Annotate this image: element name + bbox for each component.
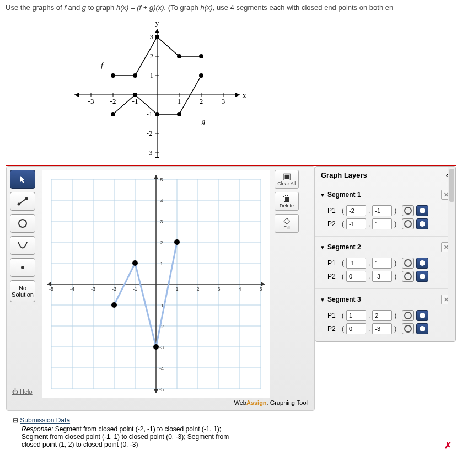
answer-area: No Solution	[6, 165, 456, 454]
svg-marker-67	[261, 282, 265, 286]
svg-text:3: 3	[160, 219, 163, 224]
endpoint-open-button[interactable]	[402, 258, 414, 269]
svg-text:2: 2	[196, 286, 199, 292]
point-label: P1	[327, 312, 340, 319]
svg-text:1: 1	[178, 97, 181, 105]
point-x-input[interactable]	[346, 310, 366, 321]
svg-text:2: 2	[160, 240, 163, 245]
svg-marker-2	[74, 93, 79, 97]
point-y-input[interactable]	[372, 310, 392, 321]
segment-group: ▼ Segment 2✕P1(,)P2(,)	[315, 237, 455, 289]
point-row: P1(,)	[327, 205, 451, 216]
point-x-input[interactable]	[346, 258, 366, 269]
tool-palette: No Solution	[10, 170, 39, 302]
point-tool[interactable]	[10, 258, 35, 277]
point-row: P2(,)	[327, 271, 451, 282]
point-y-input[interactable]	[372, 271, 392, 282]
segment-tool[interactable]	[10, 192, 35, 211]
segment-group: ▼ Segment 3✕P1(,)P2(,)	[315, 289, 455, 341]
point-label: P2	[327, 272, 340, 280]
point-x-input[interactable]	[346, 205, 366, 216]
svg-text:3: 3	[217, 286, 220, 292]
parabola-tool[interactable]	[10, 236, 35, 255]
layers-scrollbar[interactable]	[448, 167, 455, 341]
endpoint-closed-button[interactable]	[416, 258, 428, 269]
svg-point-43	[19, 220, 26, 227]
point-x-input[interactable]	[346, 323, 366, 334]
point-label: P2	[327, 325, 340, 333]
point-y-input[interactable]	[372, 323, 392, 334]
submission-toggle[interactable]: ⊟	[13, 416, 20, 424]
svg-point-37	[155, 112, 159, 116]
pointer-tool[interactable]	[10, 170, 35, 189]
point-row: P2(,)	[327, 323, 451, 334]
svg-marker-4	[155, 29, 159, 33]
svg-point-41	[18, 203, 20, 206]
svg-text:3: 3	[150, 33, 154, 41]
clear-all-button[interactable]: ▣ Clear All	[275, 170, 299, 189]
svg-text:-5: -5	[49, 286, 53, 292]
svg-text:3: 3	[222, 97, 225, 105]
x-axis-label: x	[243, 91, 246, 99]
point-label: P1	[327, 207, 340, 215]
graph-canvas[interactable]: -5-4-3-2-1 12345 54321 -1-2-3-4-5	[42, 170, 270, 398]
circle-tool[interactable]	[10, 214, 35, 233]
svg-point-39	[199, 73, 203, 78]
segment-title: Segment 1	[327, 191, 361, 199]
svg-marker-5	[155, 157, 159, 158]
delete-button[interactable]: 🗑 Delete	[275, 192, 299, 211]
svg-point-35	[111, 112, 115, 116]
svg-text:1: 1	[160, 261, 163, 266]
svg-text:-4: -4	[159, 366, 164, 371]
clear-icon: ▣	[276, 172, 297, 181]
endpoint-open-button[interactable]	[402, 323, 414, 334]
chevron-down-icon[interactable]: ▼	[320, 244, 325, 250]
segment-title: Segment 3	[327, 296, 361, 303]
svg-point-92	[132, 260, 138, 266]
point-y-input[interactable]	[372, 258, 392, 269]
endpoint-closed-button[interactable]	[416, 271, 428, 282]
graph-layers-panel: Graph Layers « ▼ Segment 1✕P1(,)P2(,)▼ S…	[315, 166, 456, 342]
point-row: P1(,)	[327, 258, 451, 269]
fill-icon: ◇	[276, 216, 297, 225]
svg-point-32	[155, 35, 159, 39]
svg-text:5: 5	[160, 177, 163, 183]
chevron-down-icon[interactable]: ▼	[320, 297, 325, 303]
point-x-input[interactable]	[346, 271, 366, 282]
trash-icon: 🗑	[276, 194, 297, 203]
submission-data: ⊟ Submission Data Response: Segment from…	[6, 411, 456, 454]
endpoint-open-button[interactable]	[402, 310, 414, 321]
endpoint-open-button[interactable]	[402, 218, 414, 229]
svg-text:-3: -3	[147, 148, 153, 157]
svg-line-40	[19, 199, 26, 204]
svg-text:-5: -5	[159, 387, 164, 392]
svg-text:-3: -3	[91, 286, 95, 292]
svg-text:4: 4	[238, 286, 241, 292]
help-link[interactable]: ⏻ Help	[12, 388, 33, 395]
point-y-input[interactable]	[372, 218, 392, 229]
endpoint-closed-button[interactable]	[416, 323, 428, 334]
f-label: f	[101, 61, 104, 69]
endpoint-open-button[interactable]	[402, 205, 414, 216]
point-label: P2	[327, 220, 340, 228]
submission-data-link[interactable]: Submission Data	[20, 416, 70, 424]
chevron-down-icon[interactable]: ▼	[320, 192, 325, 198]
svg-text:-4: -4	[70, 286, 74, 292]
svg-text:-3: -3	[159, 345, 164, 350]
point-row: P2(,)	[327, 218, 451, 229]
svg-point-30	[111, 73, 115, 78]
point-y-input[interactable]	[372, 205, 392, 216]
svg-point-31	[133, 73, 137, 78]
point-x-input[interactable]	[346, 218, 366, 229]
point-label: P1	[327, 259, 340, 267]
fill-button[interactable]: ◇ Fill	[275, 214, 299, 233]
svg-marker-69	[154, 175, 158, 179]
svg-text:5: 5	[259, 286, 262, 292]
svg-text:-1: -1	[133, 286, 137, 292]
endpoint-closed-button[interactable]	[416, 310, 428, 321]
endpoint-open-button[interactable]	[402, 271, 414, 282]
endpoint-closed-button[interactable]	[416, 205, 428, 216]
no-solution-button[interactable]: No Solution	[10, 280, 35, 302]
endpoint-closed-button[interactable]	[416, 218, 428, 229]
question-text: Use the graphs of f and g to graph h(x) …	[0, 0, 462, 15]
